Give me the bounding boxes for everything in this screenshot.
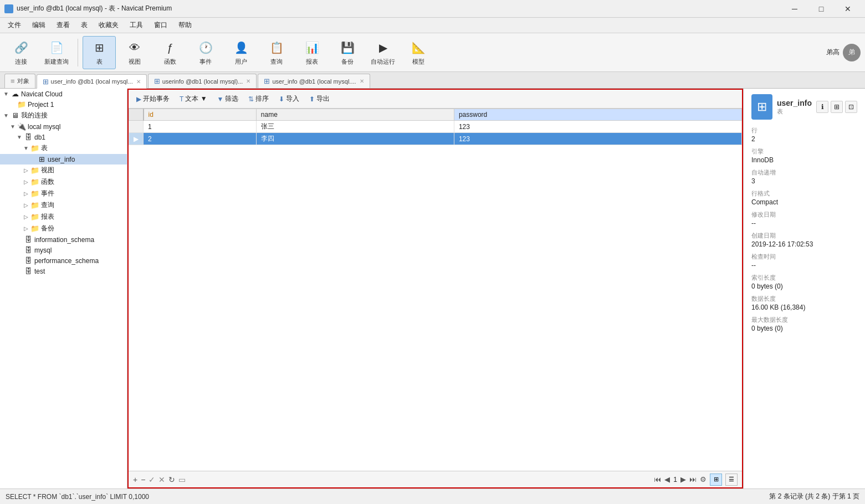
col-header-name[interactable]: name xyxy=(256,109,454,121)
nav-next[interactable]: ▶ xyxy=(680,475,686,484)
titlebar: user_info @db1 (local mysql) - 表 - Navic… xyxy=(0,0,865,18)
menubar: 文件编辑查看表收藏夹工具窗口帮助 xyxy=(0,18,865,33)
toolbar-btn-report[interactable]: 📊报表 xyxy=(295,36,329,69)
confirm-button[interactable]: ✓ xyxy=(149,475,155,484)
tab-close-userinfo-3[interactable]: ✕ xyxy=(360,78,364,84)
toolbar-btn-user[interactable]: 👤用户 xyxy=(224,36,258,69)
data-table-wrapper[interactable]: id name password 1 张三 123 ▶ xyxy=(129,109,742,471)
tab-userinfo-2[interactable]: ⊞userinfo @db1 (local mysql)...✕ xyxy=(148,74,257,88)
close-button[interactable]: ✕ xyxy=(835,0,861,18)
tab-close-userinfo-1[interactable]: ✕ xyxy=(136,79,141,85)
menu-item-编辑[interactable]: 编辑 xyxy=(27,19,51,32)
tree-icon-视图: 📁 xyxy=(30,166,40,174)
menu-item-窗口[interactable]: 窗口 xyxy=(149,19,173,32)
minimize-button[interactable]: ─ xyxy=(782,0,807,18)
sidebar-item-报表[interactable]: ▷📁报表 xyxy=(0,211,127,223)
sidebar-item-information_schema[interactable]: 🗄information_schema xyxy=(0,234,127,245)
cell-name[interactable]: 李四 xyxy=(256,133,454,145)
table-toolbar-btn-begin-tx[interactable]: ▶开始事务 xyxy=(132,92,174,106)
toolbar-btn-table[interactable]: ⊞表 xyxy=(83,36,116,69)
sidebar-item-Project-1[interactable]: 📁Project 1 xyxy=(0,99,127,110)
sidebar-item-函数[interactable]: ▷📁函数 xyxy=(0,176,127,188)
form-view-button[interactable]: ☰ xyxy=(725,474,738,486)
sidebar-item-我的连接[interactable]: ▼🖥我的连接 xyxy=(0,110,127,121)
info-icon-button[interactable]: ℹ xyxy=(816,101,828,113)
sidebar-item-test[interactable]: 🗄test xyxy=(0,266,127,276)
toolbar-btn-connect[interactable]: 🔗连接 xyxy=(4,36,38,69)
sidebar-item-视图[interactable]: ▷📁视图 xyxy=(0,164,127,176)
toolbar-btn-query[interactable]: 📋查询 xyxy=(260,36,293,69)
title-left: user_info @db1 (local mysql) - 表 - Navic… xyxy=(4,4,172,13)
sidebar-item-user_info[interactable]: ⊞user_info xyxy=(0,154,127,164)
user-name: 弟高 xyxy=(826,48,840,57)
refresh-icon-button[interactable]: ⊡ xyxy=(845,101,857,113)
cell-id[interactable]: 1 xyxy=(144,121,257,133)
grid-view-button[interactable]: ⊞ xyxy=(710,474,722,486)
col-header-password[interactable]: password xyxy=(454,109,741,121)
sidebar-item-db1[interactable]: ▼🗄db1 xyxy=(0,132,127,142)
toolbar-btn-event[interactable]: 🕐事件 xyxy=(189,36,222,69)
prop-row-create-date: 创建日期 2019-12-16 17:02:53 xyxy=(751,232,857,248)
tree-label: 查询 xyxy=(41,200,54,210)
nav-first[interactable]: ⏮ xyxy=(654,475,661,484)
cell-password[interactable]: 123 xyxy=(454,133,741,145)
sidebar-item-事件[interactable]: ▷📁事件 xyxy=(0,188,127,199)
table-icon: ⊞ xyxy=(751,94,772,120)
table-toolbar-btn-export[interactable]: ⬆导出 xyxy=(305,92,334,106)
toolbar-btn-new-query[interactable]: 📄新建查询 xyxy=(40,36,73,69)
tab-close-userinfo-2[interactable]: ✕ xyxy=(246,78,250,84)
tbl-label-sort: 排序 xyxy=(255,94,269,104)
user-avatar[interactable]: 弟 xyxy=(843,44,861,61)
grid-icon-button[interactable]: ⊞ xyxy=(831,101,843,113)
sidebar-item-查询[interactable]: ▷📁查询 xyxy=(0,199,127,211)
toolbar-btn-backup[interactable]: 💾备份 xyxy=(331,36,364,69)
menu-item-文件[interactable]: 文件 xyxy=(2,19,27,32)
sidebar-item-Navicat-Cloud[interactable]: ▼☁Navicat Cloud xyxy=(0,89,127,99)
nav-last[interactable]: ⏭ xyxy=(689,475,697,484)
sidebar-item-mysql[interactable]: 🗄mysql xyxy=(0,245,127,255)
clear-filter-button[interactable]: ▭ xyxy=(178,475,186,484)
menu-item-表[interactable]: 表 xyxy=(75,19,93,32)
settings-button[interactable]: ⚙ xyxy=(700,475,707,484)
table-toolbar-btn-filter[interactable]: ▼筛选 xyxy=(213,92,243,106)
menu-item-工具[interactable]: 工具 xyxy=(124,19,149,32)
refresh-button[interactable]: ↻ xyxy=(168,475,175,484)
maximize-button[interactable]: □ xyxy=(808,0,834,18)
sidebar-item-备份[interactable]: ▷📁备份 xyxy=(0,223,127,234)
sidebar-item-performance_schema[interactable]: 🗄performance_schema xyxy=(0,255,127,266)
toolbar-btn-function[interactable]: ƒ函数 xyxy=(153,36,187,69)
tree-arrow: ▷ xyxy=(22,179,30,185)
toolbar-icon-new-query: 📄 xyxy=(48,39,65,56)
cell-id[interactable]: 2 xyxy=(144,133,257,145)
add-row-button[interactable]: + xyxy=(133,475,137,484)
toolbar-btn-view[interactable]: 👁视图 xyxy=(118,36,151,69)
cell-password[interactable]: 123 xyxy=(454,121,741,133)
table-toolbar-btn-text[interactable]: T文本 ▼ xyxy=(175,92,212,106)
status-sql: SELECT * FROM `db1`.`user_info` LIMIT 0,… xyxy=(6,493,149,501)
prop-value-data-length: 16.00 KB (16,384) xyxy=(751,304,857,311)
tab-objects[interactable]: ≡对象 xyxy=(4,74,35,88)
cancel-button[interactable]: ✕ xyxy=(158,475,165,484)
menu-item-收藏夹[interactable]: 收藏夹 xyxy=(93,19,124,32)
toolbar-label-query: 查询 xyxy=(270,58,283,66)
toolbar-btn-autorun[interactable]: ▶自动运行 xyxy=(366,36,400,69)
menu-item-帮助[interactable]: 帮助 xyxy=(173,19,197,32)
right-panel-header: ⊞ user_info 表 ℹ ⊞ ⊡ xyxy=(751,94,857,120)
tab-userinfo-1[interactable]: ⊞user_info @db1 (local mysql...✕ xyxy=(37,74,147,89)
cell-name[interactable]: 张三 xyxy=(256,121,454,133)
sidebar-item-表[interactable]: ▼📁表 xyxy=(0,142,127,154)
delete-row-button[interactable]: − xyxy=(141,475,145,484)
table-toolbar-btn-sort[interactable]: ⇅排序 xyxy=(244,92,273,106)
tab-userinfo-3[interactable]: ⊞user_info @db1 (local mysql....✕ xyxy=(258,74,370,88)
toolbar-label-user: 用户 xyxy=(235,58,247,66)
col-header-id[interactable]: id xyxy=(144,109,257,121)
toolbar-label-new-query: 新建查询 xyxy=(44,58,69,66)
tab-icon-userinfo-1: ⊞ xyxy=(43,78,49,86)
prop-value-row-format: Compact xyxy=(751,198,857,206)
sidebar-item-local-mysql[interactable]: ▼🔌local mysql xyxy=(0,121,127,132)
toolbar-btn-model[interactable]: 📐模型 xyxy=(402,36,435,69)
table-toolbar-btn-import[interactable]: ⬇导入 xyxy=(274,92,304,106)
prop-row-index-length: 索引长度 0 bytes (0) xyxy=(751,274,857,290)
nav-prev[interactable]: ◀ xyxy=(664,475,670,484)
menu-item-查看[interactable]: 查看 xyxy=(51,19,75,32)
